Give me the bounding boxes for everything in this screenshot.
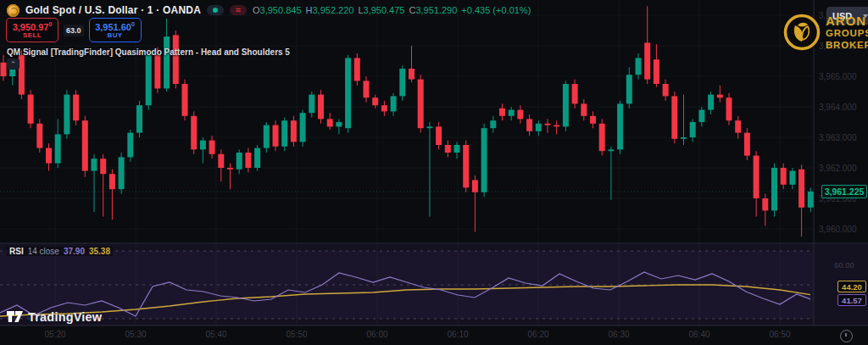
chevron-up-icon[interactable]: ⌃ <box>7 58 19 70</box>
candle[interactable] <box>581 99 587 120</box>
candle[interactable] <box>663 80 669 101</box>
candle[interactable] <box>209 136 215 159</box>
candle[interactable] <box>454 142 460 159</box>
candle[interactable] <box>798 164 804 236</box>
candle[interactable] <box>717 86 723 103</box>
candle[interactable] <box>762 194 768 226</box>
candle[interactable] <box>445 141 451 158</box>
time-axis-label[interactable]: 06:30 <box>608 330 629 339</box>
candle[interactable] <box>264 122 270 153</box>
price-axis-label[interactable]: 3,962.000 <box>819 164 857 173</box>
time-axis-label[interactable]: 05:20 <box>44 330 65 339</box>
candle[interactable] <box>119 153 125 194</box>
candle[interactable] <box>526 114 532 136</box>
candle[interactable] <box>490 116 496 133</box>
candle[interactable] <box>636 53 642 80</box>
candle[interactable] <box>391 93 397 116</box>
market-status-icon[interactable] <box>207 5 224 15</box>
tradingview-logo[interactable]: TradingView <box>7 309 102 324</box>
rsi-title[interactable]: RSI <box>9 247 24 256</box>
candle[interactable] <box>499 103 505 120</box>
time-axis-label[interactable]: 06:00 <box>366 330 387 339</box>
candle[interactable] <box>82 116 88 177</box>
candle[interactable] <box>754 151 760 216</box>
candle[interactable] <box>336 119 342 134</box>
candle[interactable] <box>245 148 251 173</box>
time-axis-label[interactable]: 05:40 <box>205 330 226 339</box>
candle[interactable] <box>735 116 741 139</box>
candle[interactable] <box>563 81 569 131</box>
candle[interactable] <box>481 124 487 197</box>
sell-button[interactable]: 3,950.970 SELL <box>6 18 58 42</box>
candle[interactable] <box>200 137 206 164</box>
candle[interactable] <box>771 164 777 217</box>
candle[interactable] <box>36 119 42 153</box>
candle[interactable] <box>517 105 523 124</box>
candle[interactable] <box>381 101 387 116</box>
time-axis-label[interactable]: 06:10 <box>447 330 468 339</box>
candle[interactable] <box>789 168 795 189</box>
candle[interactable] <box>100 154 106 217</box>
candle[interactable] <box>109 170 115 220</box>
candle[interactable] <box>463 141 469 192</box>
candle[interactable] <box>55 119 61 168</box>
candle[interactable] <box>173 31 179 88</box>
price-axis-label[interactable]: 3,960.000 <box>819 225 857 234</box>
candle[interactable] <box>19 50 25 99</box>
symbol-title[interactable]: Gold Spot / U.S. Dollar · 1 · OANDA <box>25 4 201 16</box>
indicator-label[interactable]: QM Signal [TradingFinder] Quasimodo Patt… <box>7 47 290 57</box>
candle[interactable] <box>617 101 623 154</box>
candle[interactable] <box>472 175 478 232</box>
candle[interactable] <box>218 149 224 181</box>
time-axis-label[interactable]: 06:40 <box>688 330 709 339</box>
candle[interactable] <box>309 92 314 118</box>
timezone-clock-icon[interactable] <box>840 330 853 342</box>
candle[interactable] <box>318 90 324 124</box>
candle[interactable] <box>300 110 306 147</box>
candle[interactable] <box>236 149 242 174</box>
candle[interactable] <box>46 143 52 170</box>
price-axis-label[interactable]: 3,963.000 <box>819 133 857 142</box>
candle[interactable] <box>327 113 333 130</box>
candle[interactable] <box>64 90 70 139</box>
delayed-data-icon[interactable]: ≈ <box>230 5 247 15</box>
candle[interactable] <box>418 75 424 132</box>
candle[interactable] <box>654 44 659 86</box>
candle[interactable] <box>681 95 687 145</box>
candle[interactable] <box>146 52 152 109</box>
candle[interactable] <box>726 93 732 125</box>
candle[interactable] <box>273 120 279 151</box>
candle[interactable] <box>572 80 578 109</box>
buy-button[interactable]: 3,951.600 BUY <box>89 18 142 42</box>
candle[interactable] <box>73 90 79 125</box>
time-axis-label[interactable]: 06:20 <box>527 330 548 339</box>
time-axis-label[interactable]: 05:30 <box>125 330 146 339</box>
candle[interactable] <box>554 120 559 134</box>
price-axis-label[interactable]: 3,965.000 <box>819 72 857 81</box>
candle[interactable] <box>409 46 415 82</box>
candle[interactable] <box>354 53 360 86</box>
candle[interactable] <box>127 130 133 162</box>
candle[interactable] <box>227 164 233 190</box>
candle[interactable] <box>281 118 287 152</box>
candle[interactable] <box>626 67 632 109</box>
candle[interactable] <box>781 164 787 190</box>
time-axis-label[interactable]: 06:50 <box>769 330 790 339</box>
candle[interactable] <box>182 80 188 121</box>
candle[interactable] <box>1 55 7 81</box>
candle[interactable] <box>28 90 34 128</box>
candle[interactable] <box>545 119 551 132</box>
candle[interactable] <box>345 55 351 133</box>
candle[interactable] <box>744 128 750 160</box>
candle[interactable] <box>364 76 370 103</box>
candle[interactable] <box>509 107 515 120</box>
candle[interactable] <box>92 154 97 212</box>
candle[interactable] <box>599 119 605 155</box>
candle[interactable] <box>536 120 542 136</box>
candle[interactable] <box>399 65 405 100</box>
candle[interactable] <box>291 116 297 147</box>
candle[interactable] <box>644 6 650 84</box>
time-axis-label[interactable]: 05:50 <box>286 330 307 339</box>
candle[interactable] <box>690 119 696 142</box>
candle[interactable] <box>254 145 260 171</box>
